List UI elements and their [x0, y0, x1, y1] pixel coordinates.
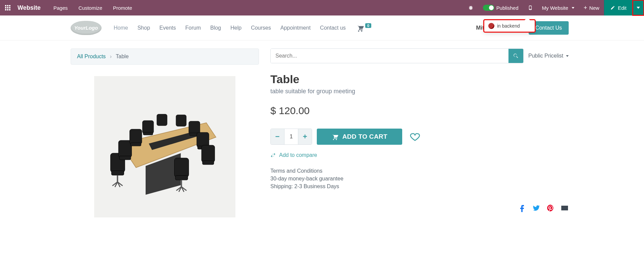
svg-rect-15: [143, 132, 153, 135]
edit-in-backend-label: in backend: [497, 23, 520, 29]
product-price: $ 120.00: [270, 105, 569, 116]
nav-courses[interactable]: Courses: [246, 15, 276, 40]
qty-input[interactable]: [284, 129, 298, 144]
nav-forum[interactable]: Forum: [181, 15, 205, 40]
cart-icon: [356, 24, 364, 32]
svg-rect-13: [130, 143, 141, 146]
plus-icon: +: [584, 5, 588, 11]
svg-rect-12: [130, 129, 142, 144]
wishlist-button[interactable]: [407, 129, 423, 145]
logo-text: YourLogo: [74, 25, 98, 31]
apps-launcher[interactable]: [0, 5, 15, 10]
debug-bug-icon[interactable]: [463, 0, 478, 15]
add-to-compare-link[interactable]: Add to compare: [270, 152, 569, 158]
chevron-down-icon: [572, 7, 574, 9]
nav-help[interactable]: Help: [226, 15, 246, 40]
terms-line-1: 30-day money-back guarantee: [270, 175, 569, 182]
svg-rect-11: [119, 156, 131, 160]
compare-icon: [270, 152, 276, 158]
svg-rect-17: [176, 115, 186, 126]
new-label: New: [589, 5, 599, 11]
site-logo[interactable]: YourLogo: [71, 21, 102, 35]
toggle-switch-icon: [483, 5, 494, 11]
svg-rect-10: [118, 140, 131, 158]
svg-rect-14: [143, 121, 154, 134]
add-to-cart-label: ADD TO CART: [342, 133, 387, 140]
cart-icon: [332, 133, 338, 140]
heart-icon: [410, 132, 420, 142]
qty-decrease-button[interactable]: −: [271, 129, 284, 144]
email-icon[interactable]: [561, 204, 569, 212]
quantity-stepper: − +: [270, 129, 312, 145]
nav-shop[interactable]: Shop: [133, 15, 155, 40]
nav-home[interactable]: Home: [109, 15, 133, 40]
nav-events[interactable]: Events: [155, 15, 181, 40]
site-header: YourLogo Home Shop Events Forum Blog Hel…: [0, 15, 644, 40]
terms-block: Terms and Conditions 30-day money-back g…: [270, 167, 569, 191]
pricelist-label: Public Pricelist: [528, 53, 563, 59]
admin-app-name[interactable]: Website: [15, 4, 48, 11]
breadcrumb: All Products › Table: [71, 48, 259, 65]
svg-rect-4: [111, 171, 124, 175]
new-button[interactable]: + New: [579, 0, 604, 15]
edit-options-dropdown-toggle[interactable]: [633, 0, 644, 15]
breadcrumb-separator: ›: [110, 54, 112, 59]
product-image: [94, 76, 235, 217]
chevron-down-icon: [566, 55, 569, 57]
published-label: Published: [496, 5, 519, 11]
my-website-label: My Website: [542, 5, 568, 11]
admin-link-promote[interactable]: Promote: [108, 5, 138, 11]
admin-link-customize[interactable]: Customize: [73, 5, 108, 11]
compare-label: Add to compare: [279, 152, 317, 158]
svg-rect-22: [201, 145, 215, 162]
main-nav: Home Shop Events Forum Blog Help Courses…: [109, 15, 350, 40]
nav-blog[interactable]: Blog: [205, 15, 226, 40]
edit-in-backend-item[interactable]: in backend: [488, 23, 531, 29]
svg-rect-25: [175, 176, 188, 180]
pricelist-dropdown[interactable]: Public Pricelist: [528, 53, 569, 59]
product-title: Table: [270, 73, 569, 86]
svg-rect-23: [202, 161, 214, 165]
product-page: All Products › Table: [0, 40, 644, 231]
published-toggle[interactable]: Published: [478, 0, 523, 15]
edit-button[interactable]: Edit: [604, 0, 633, 15]
search-button[interactable]: [508, 49, 523, 63]
product-subtitle: table suitable for group meeting: [270, 88, 569, 95]
svg-rect-16: [157, 114, 167, 126]
edit-dropdown-menu: in backend: [484, 20, 535, 32]
facebook-icon[interactable]: [518, 204, 526, 212]
nav-appointment[interactable]: Appointment: [276, 15, 315, 40]
product-illustration: [101, 86, 229, 207]
edit-label: Edit: [618, 5, 627, 11]
search-input[interactable]: [271, 49, 508, 63]
twitter-icon[interactable]: [532, 204, 540, 212]
pinterest-icon[interactable]: [546, 204, 555, 212]
add-to-cart-button[interactable]: ADD TO CART: [317, 129, 402, 145]
search-box: [270, 48, 524, 63]
svg-rect-24: [175, 158, 189, 177]
breadcrumb-current: Table: [116, 54, 128, 59]
search-icon: [513, 53, 519, 59]
my-website-dropdown[interactable]: My Website: [537, 0, 579, 15]
mobile-preview-button[interactable]: [523, 0, 537, 15]
terms-line-2: Shipping: 2-3 Business Days: [270, 182, 569, 190]
svg-rect-18: [189, 121, 200, 134]
qty-increase-button[interactable]: +: [298, 129, 312, 144]
share-bar: [270, 204, 569, 212]
avatar-icon: [488, 23, 494, 29]
caret-down-icon: [637, 7, 640, 9]
admin-top-bar: Website Pages Customize Promote Publishe…: [0, 0, 644, 15]
admin-link-pages[interactable]: Pages: [48, 5, 73, 11]
terms-heading: Terms and Conditions: [270, 167, 569, 175]
cart-count-badge: 0: [365, 23, 371, 28]
breadcrumb-root[interactable]: All Products: [77, 54, 106, 59]
apps-grid-icon: [5, 5, 10, 10]
cart-button[interactable]: 0: [356, 24, 371, 32]
nav-contactus[interactable]: Contact us: [315, 15, 350, 40]
